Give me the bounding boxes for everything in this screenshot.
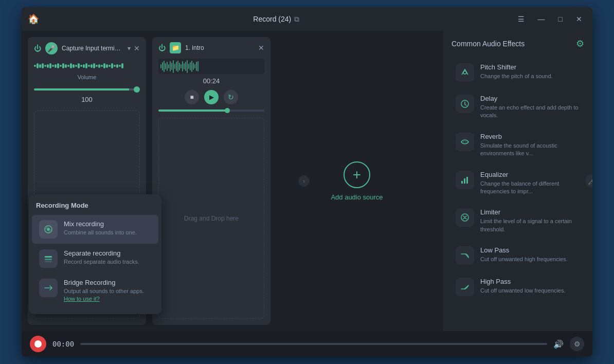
mode-item-mix[interactable]: Mix recording Combine all sounds into on… xyxy=(32,215,158,244)
source1-dropdown-icon[interactable]: ▾ xyxy=(128,45,131,52)
mode-item-bridge[interactable]: Bridge Recording Output all sounds to ot… xyxy=(32,274,158,308)
window-title: Record (24) xyxy=(253,15,291,23)
wave-dot xyxy=(57,63,59,68)
wave-dot xyxy=(109,65,111,67)
volume-icon[interactable]: 🔊 xyxy=(553,339,564,349)
wbar xyxy=(193,63,194,70)
source1-volume-slider[interactable] xyxy=(34,88,140,90)
wave-dot xyxy=(73,64,75,68)
pitch-shifter-name: Pitch Shifter xyxy=(480,63,580,71)
wave-dot xyxy=(101,65,103,67)
low-pass-name: Low Pass xyxy=(480,246,580,254)
low-pass-desc: Cut off unwanted high frequencies. xyxy=(480,256,580,263)
wbar xyxy=(197,61,198,71)
wave-dot xyxy=(65,64,67,68)
high-pass-icon xyxy=(456,278,474,296)
home-icon[interactable]: 🏠 xyxy=(28,13,39,25)
wave-dot xyxy=(119,65,121,67)
close-button[interactable]: ✕ xyxy=(572,13,586,25)
wbar xyxy=(191,61,192,72)
wbar xyxy=(190,62,191,70)
wave-dot xyxy=(88,65,90,67)
equalizer-icon xyxy=(456,171,474,189)
source2-close-icon[interactable]: ✕ xyxy=(258,44,264,52)
source1-close-icon[interactable]: ✕ xyxy=(134,44,140,52)
maximize-button[interactable]: □ xyxy=(554,13,567,25)
effect-item-equalizer[interactable]: Equalizer Change the balance of differen… xyxy=(447,165,588,202)
settings-button[interactable]: ⚙ xyxy=(570,337,584,351)
wave-dot xyxy=(121,63,123,68)
effect-item-pitch-shifter[interactable]: Pitch Shifter Change the pitch of a soun… xyxy=(447,57,588,88)
limiter-icon xyxy=(456,208,474,227)
delay-desc: Create an echo effect and add depth to v… xyxy=(480,104,580,120)
wave-dot xyxy=(116,64,118,68)
wbar xyxy=(171,63,172,70)
wbar xyxy=(180,64,182,68)
source2-power-icon[interactable]: ⏻ xyxy=(158,44,166,52)
equalizer-desc: Change the balance of different frequenc… xyxy=(480,180,580,196)
wave-dot xyxy=(52,65,54,67)
source1-power-icon[interactable]: ⏻ xyxy=(34,44,41,52)
wbar xyxy=(174,64,175,69)
source1-volume-label: Volume xyxy=(28,72,146,81)
wave-dot xyxy=(85,63,87,68)
equalizer-name: Equalizer xyxy=(480,171,580,178)
record-button[interactable] xyxy=(30,336,46,352)
limiter-name: Limiter xyxy=(480,208,580,216)
effects-filter-icon[interactable]: ⚙ xyxy=(576,38,584,49)
effect-item-limiter[interactable]: Limiter Limit the level of a signal to a… xyxy=(447,202,588,240)
mix-recording-icon xyxy=(39,220,58,239)
effect-item-delay[interactable]: Delay Create an echo effect and add dept… xyxy=(447,88,588,126)
source1-header: ⏻ 🎤 Capture Input terminal (F... ▾ ✕ xyxy=(28,37,146,60)
mode-item-separate[interactable]: Separate recording Record separate audio… xyxy=(32,244,158,273)
wave-dot xyxy=(47,64,49,68)
source2-controls: ■ ▶ ↻ xyxy=(152,88,270,106)
main-content: ⏻ 🎤 Capture Input terminal (F... ▾ ✕ xyxy=(22,31,592,331)
wbar xyxy=(167,62,168,71)
source2-loop-button[interactable]: ↻ xyxy=(224,90,238,104)
source2-progress-track xyxy=(158,110,264,112)
source2-progress-fill xyxy=(158,110,227,112)
source2-stop-button[interactable]: ■ xyxy=(185,90,199,104)
pitch-shifter-desc: Change the pitch of a sound. xyxy=(480,72,580,80)
source-card-2: ⏻ 📁 1. intro ✕ xyxy=(152,37,270,325)
wave-dot xyxy=(75,65,77,67)
source2-play-button[interactable]: ▶ xyxy=(204,90,219,104)
minimize-button[interactable]: — xyxy=(534,13,549,25)
title-bar-controls: ☰ — □ ✕ xyxy=(514,13,586,25)
effect-item-reverb[interactable]: Reverb Simulate the sound of acoustic en… xyxy=(447,126,588,164)
menu-button[interactable]: ☰ xyxy=(514,13,529,25)
recording-mode-title: Recording Mode xyxy=(29,202,161,214)
wave-dot xyxy=(42,63,44,68)
external-link-icon[interactable]: ⧉ xyxy=(294,15,299,24)
add-source-plus-icon: + xyxy=(344,161,370,188)
wave-dot xyxy=(70,63,72,68)
wave-dot xyxy=(78,63,80,68)
mix-recording-name: Mix recording xyxy=(64,220,151,228)
wbar xyxy=(179,63,180,70)
svg-rect-9 xyxy=(45,259,52,260)
limiter-desc: Limit the level of a signal to a certain… xyxy=(480,217,580,233)
svg-point-0 xyxy=(463,71,466,74)
wbar xyxy=(187,60,188,73)
collapse-arrow-button[interactable]: › xyxy=(298,175,310,187)
source1-waveform xyxy=(28,60,146,72)
svg-rect-10 xyxy=(45,261,52,262)
bridge-how-to-link[interactable]: How to use it? xyxy=(64,296,100,302)
svg-point-7 xyxy=(47,228,50,231)
wbar xyxy=(188,64,189,69)
source2-folder-icon: 📁 xyxy=(170,42,181,53)
source1-slider-wrap xyxy=(28,81,146,95)
delay-name: Delay xyxy=(480,95,580,102)
recording-mode-popup: Recording Mode Mix recording Combine all… xyxy=(29,194,161,314)
source2-progress-thumb xyxy=(225,108,230,113)
reverb-desc: Simulate the sound of acoustic environme… xyxy=(480,142,580,158)
effect-item-low-pass[interactable]: Low Pass Cut off unwanted high frequenci… xyxy=(447,240,588,271)
source2-timer: 00:24 xyxy=(152,74,270,88)
high-pass-name: High Pass xyxy=(480,278,580,285)
add-source-label: Add audio source xyxy=(331,193,383,201)
effect-item-high-pass[interactable]: High Pass Cut off unwanted low frequenci… xyxy=(447,271,588,302)
right-panel-title: Common Audio Effects xyxy=(452,40,525,48)
record-dot xyxy=(34,340,42,348)
wave-dot xyxy=(34,65,36,67)
